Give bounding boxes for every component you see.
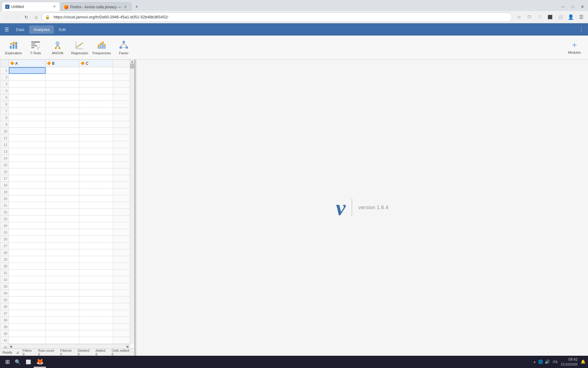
cell-a-15[interactable] — [9, 162, 46, 168]
cell-a-23[interactable] — [9, 216, 46, 222]
cell-a-6[interactable] — [9, 101, 46, 108]
cell-a-36[interactable] — [9, 303, 46, 310]
cell-b-2[interactable] — [46, 74, 79, 81]
cell-b-8[interactable] — [46, 114, 79, 121]
reload-button[interactable]: ↻ — [22, 13, 31, 21]
cell-a-31[interactable] — [9, 270, 46, 276]
cell-b-40[interactable] — [46, 330, 79, 337]
screenshot-icon[interactable]: ⬜ — [556, 13, 565, 21]
cell-b-4[interactable] — [46, 87, 79, 94]
cell-a-29[interactable] — [9, 256, 46, 263]
cell-b-22[interactable] — [46, 209, 79, 216]
cell-c-17[interactable] — [79, 175, 113, 182]
horizontal-scrollbar[interactable]: ◀ ▶ — [9, 344, 130, 348]
cell-c-15[interactable] — [79, 162, 113, 168]
filter-icon[interactable]: ⊿ — [16, 350, 19, 355]
cell-c-37[interactable] — [79, 310, 113, 317]
cell-c-6[interactable] — [79, 101, 113, 108]
cell-c-20[interactable] — [79, 195, 113, 202]
cell-a-30[interactable] — [9, 263, 46, 270]
cell-a-4[interactable] — [9, 87, 46, 94]
cell-b-25[interactable] — [46, 229, 79, 236]
cell-c-28[interactable] — [79, 249, 113, 256]
cell-a-33[interactable] — [9, 283, 46, 290]
address-input[interactable] — [54, 15, 509, 19]
spreadsheet-container[interactable]: ▲ ◀ ▶ — [0, 59, 134, 348]
cell-c-27[interactable] — [79, 243, 113, 249]
cell-c-11[interactable] — [79, 135, 113, 141]
toolbar-item-t-tests[interactable]: t 1/2 T-Tests — [24, 37, 47, 58]
cell-b-41[interactable] — [46, 337, 79, 344]
cell-a-21[interactable] — [9, 202, 46, 209]
cell-b-28[interactable] — [46, 249, 79, 256]
cell-a-39[interactable] — [9, 324, 46, 330]
home-button[interactable]: ⌂ — [32, 13, 40, 21]
cell-b-15[interactable] — [46, 162, 79, 168]
menu-icon[interactable]: ☰ — [577, 13, 586, 21]
cell-b-30[interactable] — [46, 263, 79, 270]
toolbar-item-regression[interactable]: Regression — [69, 37, 91, 58]
cell-a-38[interactable] — [9, 317, 46, 324]
browser-tab-firefox[interactable]: Firefox - Avviso sulla privacy — ✕ — [61, 2, 131, 11]
cell-c-12[interactable] — [79, 141, 113, 148]
taskbar-notification-bell[interactable]: 🔔 — [581, 359, 586, 364]
cell-b-38[interactable] — [46, 317, 79, 324]
cell-c-40[interactable] — [79, 330, 113, 337]
cell-c-41[interactable] — [79, 337, 113, 344]
cell-c-32[interactable] — [79, 276, 113, 283]
cell-b-17[interactable] — [46, 175, 79, 182]
cell-c-14[interactable] — [79, 155, 113, 162]
cell-b-16[interactable] — [46, 168, 79, 175]
shield-icon[interactable]: 🛡 — [525, 13, 533, 21]
cell-a-14[interactable] — [9, 155, 46, 162]
cell-b-37[interactable] — [46, 310, 79, 317]
cell-a-40[interactable] — [9, 330, 46, 337]
col-header-c[interactable]: 🔶 C — [79, 60, 113, 67]
cell-b-27[interactable] — [46, 243, 79, 249]
cell-c-13[interactable] — [79, 148, 113, 155]
cell-b-31[interactable] — [46, 270, 79, 276]
cell-a-27[interactable] — [9, 243, 46, 249]
cell-c-3[interactable] — [79, 81, 113, 87]
cell-a-3[interactable] — [9, 81, 46, 87]
cell-b-18[interactable] — [46, 182, 79, 189]
cell-a-10[interactable] — [9, 128, 46, 135]
cell-a-24[interactable] — [9, 222, 46, 229]
cell-a-41[interactable] — [9, 337, 46, 344]
cell-b-32[interactable] — [46, 276, 79, 283]
cell-c-23[interactable] — [79, 216, 113, 222]
cell-c-9[interactable] — [79, 121, 113, 128]
cell-b-7[interactable] — [46, 108, 79, 114]
scroll-left-arrow[interactable]: ◀ — [9, 344, 13, 348]
cell-a-37[interactable] — [9, 310, 46, 317]
cell-b-24[interactable] — [46, 222, 79, 229]
toolbar-item-anova[interactable]: ANOVA — [47, 37, 69, 58]
minimize-button[interactable]: ─ — [559, 2, 567, 11]
cell-b-20[interactable] — [46, 195, 79, 202]
cell-a-25[interactable] — [9, 229, 46, 236]
cell-b-21[interactable] — [46, 202, 79, 209]
forward-button[interactable]: → — [12, 13, 21, 21]
cell-a-1[interactable] — [9, 67, 46, 74]
col-header-a[interactable]: 🔶 A — [9, 60, 46, 67]
cell-c-2[interactable] — [79, 74, 113, 81]
maximize-button[interactable]: □ — [568, 2, 577, 11]
cell-a-7[interactable] — [9, 108, 46, 114]
cell-a-17[interactable] — [9, 175, 46, 182]
cell-c-7[interactable] — [79, 108, 113, 114]
cell-b-33[interactable] — [46, 283, 79, 290]
cell-c-21[interactable] — [79, 202, 113, 209]
toolbar-item-frequencies[interactable]: Frequencies — [91, 37, 113, 58]
cell-b-6[interactable] — [46, 101, 79, 108]
cell-a-2[interactable] — [9, 74, 46, 81]
cell-b-23[interactable] — [46, 216, 79, 222]
vertical-scrollbar[interactable]: ▲ — [130, 59, 134, 344]
menu-tab-edit[interactable]: Edit — [55, 25, 70, 34]
taskbar-volume-icon[interactable]: 🔊 — [545, 359, 550, 364]
cell-a-32[interactable] — [9, 276, 46, 283]
col-header-b[interactable]: 🔶 B — [46, 60, 79, 67]
cell-a-20[interactable] — [9, 195, 46, 202]
tab-close-firefox[interactable]: ✕ — [123, 5, 128, 10]
taskbar-taskview-icon[interactable]: ⬜ — [23, 357, 33, 367]
cell-c-5[interactable] — [79, 94, 113, 101]
